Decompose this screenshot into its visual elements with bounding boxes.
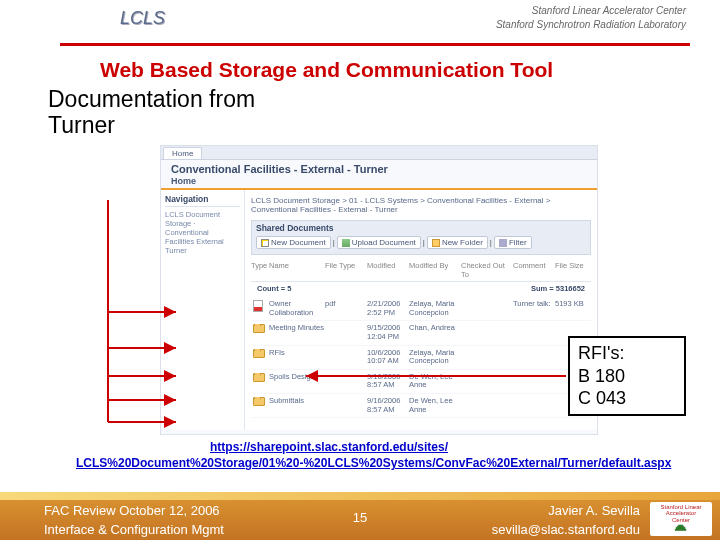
table-meta: Count = 5 Sum = 5316652 [251, 282, 591, 297]
col-checkedout[interactable]: Checked Out To [461, 261, 513, 279]
url-line2[interactable]: LCLS%20Document%20Storage/01%20-%20LCLS%… [76, 456, 671, 470]
sum-label: Sum = 5316652 [531, 284, 585, 293]
library-bar: Shared Documents New Document | Upload D… [251, 220, 591, 255]
breadcrumb[interactable]: LCLS Document Storage > 01 - LCLS System… [251, 194, 591, 220]
sharepoint-screenshot: Home Conventional Facilities - External … [160, 145, 598, 435]
new-folder-button[interactable]: New Folder [427, 236, 488, 249]
folder-icon [253, 373, 265, 382]
page-number: 15 [353, 510, 367, 525]
filter-label: Filter [509, 238, 527, 247]
table-row[interactable]: Meeting Minutes9/15/2006 12:04 PMChan, A… [251, 321, 591, 345]
sp-main: LCLS Document Storage > 01 - LCLS System… [245, 190, 597, 430]
new-document-button[interactable]: New Document [256, 236, 331, 249]
table-header: Type Name File Type Modified Modified By… [251, 259, 591, 282]
sp-home-link[interactable]: Home [161, 176, 597, 190]
separator: | [490, 238, 492, 247]
cell-by: De Wen, Lee Anne [409, 397, 461, 414]
nav-text: LCLS Document Storage · Conventional Fac… [165, 210, 240, 255]
cell-by: Chan, Andrea [409, 324, 461, 333]
folder-icon [253, 324, 265, 333]
url-line1[interactable]: https://sharepoint.slac.stanford.edu/sit… [210, 440, 448, 454]
upload-icon [342, 239, 350, 247]
cell-mod: 2/21/2006 2:52 PM [367, 300, 409, 317]
cell-mod: 9/15/2006 12:04 PM [367, 324, 409, 341]
footer-event: FAC Review October 12, 2006 [44, 503, 220, 518]
slide-subtitle: Documentation from Turner [48, 86, 720, 139]
cell-mod: 10/6/2006 10:07 AM [367, 349, 409, 366]
filter-icon [499, 239, 507, 247]
separator: | [423, 238, 425, 247]
cell-name: Meeting Minutes [269, 324, 325, 333]
folder-icon [253, 349, 265, 358]
folder-icon [432, 239, 440, 247]
rfi-line3: C 043 [578, 387, 676, 410]
library-title: Shared Documents [256, 223, 586, 233]
table-row[interactable]: Spoils Design9/16/2006 8:57 AMDe Wen, Le… [251, 370, 591, 394]
slac-logo: Stanford Linear Accelerator Center ⯊ [650, 502, 712, 536]
cell-mod: 9/16/2006 8:57 AM [367, 373, 409, 390]
cell-by: Zelaya, Maria Concepcion [409, 349, 461, 366]
cell-name: RFIs [269, 349, 325, 358]
cell-size: 5193 KB [555, 300, 591, 309]
org-line-1: Stanford Linear Accelerator Center [496, 4, 686, 18]
header-right: Stanford Linear Accelerator Center Stanf… [496, 4, 686, 32]
library-toolbar: New Document | Upload Document | New Fol… [256, 236, 586, 249]
rfi-line1: RFI's: [578, 342, 676, 365]
nav-heading: Navigation [165, 194, 240, 207]
sp-site-title: Conventional Facilities - External - Tur… [161, 160, 597, 176]
title-red: Storage and Communication Tool [219, 58, 553, 81]
table-row[interactable]: Submittals9/16/2006 8:57 AMDe Wen, Lee A… [251, 394, 591, 418]
table-row[interactable]: Owner Collaborationpdf2/21/2006 2:52 PMZ… [251, 297, 591, 321]
footer: FAC Review October 12, 2006 Interface & … [0, 492, 720, 540]
cell-ftype: pdf [325, 300, 367, 309]
col-comment[interactable]: Comment [513, 261, 555, 279]
lcls-logo: LCLS [120, 8, 165, 29]
cell-mod: 9/16/2006 8:57 AM [367, 397, 409, 414]
folder-icon [253, 397, 265, 406]
upload-label: Upload Document [352, 238, 416, 247]
pdf-icon [253, 300, 263, 312]
rfi-callout: RFI's: B 180 C 043 [568, 336, 686, 416]
upload-document-button[interactable]: Upload Document [337, 236, 421, 249]
tab-home[interactable]: Home [163, 147, 202, 159]
new-doc-label: New Document [271, 238, 326, 247]
col-modifiedby[interactable]: Modified By [409, 261, 461, 279]
title-black: Web Based [100, 58, 213, 81]
sp-nav: Navigation LCLS Document Storage · Conve… [161, 190, 245, 430]
cell-name: Submittals [269, 397, 325, 406]
col-filetype[interactable]: File Type [325, 261, 367, 279]
cell-by: De Wen, Lee Anne [409, 373, 461, 390]
table-rows: Owner Collaborationpdf2/21/2006 2:52 PMZ… [251, 297, 591, 418]
col-name[interactable]: Name [269, 261, 325, 279]
col-filesize[interactable]: File Size [555, 261, 591, 279]
slide-header: LCLS Stanford Linear Accelerator Center … [60, 0, 690, 46]
cell-cmt: Turner talk: [513, 300, 555, 309]
sp-body: Navigation LCLS Document Storage · Conve… [161, 190, 597, 430]
col-modified[interactable]: Modified [367, 261, 409, 279]
slide-title: Web Based Storage and Communication Tool [100, 58, 720, 82]
filter-button[interactable]: Filter [494, 236, 532, 249]
cell-by: Zelaya, Maria Concepcion [409, 300, 461, 317]
org-line-2: Stanford Synchrotron Radiation Laborator… [496, 18, 686, 32]
tree-icon: ⯊ [650, 523, 712, 538]
cell-name: Owner Collaboration [269, 300, 325, 317]
footer-author: Javier A. Sevilla [548, 503, 640, 518]
col-type[interactable]: Type [251, 261, 269, 279]
rfi-line2: B 180 [578, 365, 676, 388]
cell-name: Spoils Design [269, 373, 325, 382]
count-label: Count = 5 [257, 284, 291, 293]
new-doc-icon [261, 239, 269, 247]
footer-email: sevilla@slac.stanford.edu [492, 522, 640, 537]
folder-label: New Folder [442, 238, 483, 247]
footer-dept: Interface & Configuration Mgmt [44, 522, 224, 537]
separator: | [333, 238, 335, 247]
sp-tabbar: Home [161, 146, 597, 160]
table-row[interactable]: RFIs10/6/2006 10:07 AMZelaya, Maria Conc… [251, 346, 591, 370]
